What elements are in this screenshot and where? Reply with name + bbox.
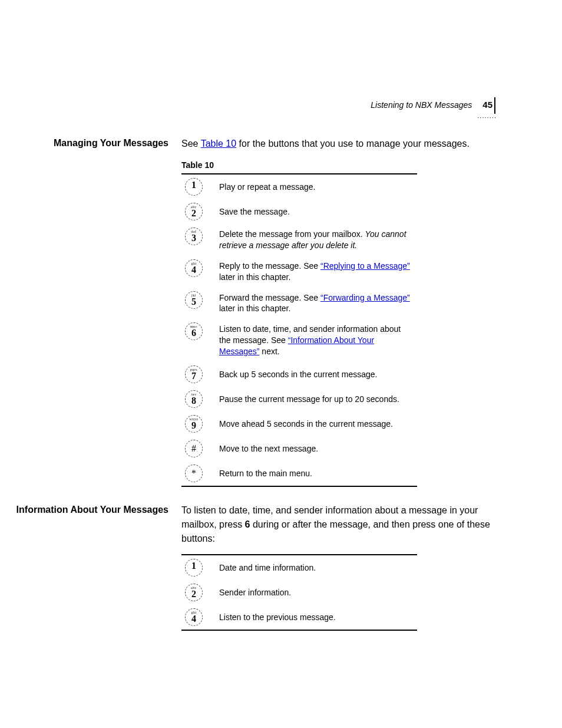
keypad-key-4: ghi4 — [185, 608, 203, 626]
table-cell-desc: Date and time information. — [219, 555, 417, 580]
intro-info: To listen to date, time, and sender info… — [181, 503, 497, 546]
table-row: 1Play or repeat a message. — [181, 174, 417, 199]
keypad-key-2: abc2 — [185, 584, 203, 601]
table-cell-desc: Move to the next message. — [219, 436, 417, 461]
table-cell-desc: Listen to date, time, and sender informa… — [219, 319, 417, 362]
italic-text: You cannot retrieve a message after you … — [219, 229, 406, 250]
table-cell-desc: Return to the main menu. — [219, 461, 417, 486]
keypad-key-#: # — [185, 440, 203, 457]
table-row: ghi4Reply to the message. See “Replying … — [181, 256, 417, 288]
table-cell-desc: Delete the message from your mailbox. Yo… — [219, 224, 417, 256]
table-cell-key: abc2 — [181, 580, 219, 605]
page-number: 45 — [482, 99, 492, 110]
section-managing-messages: Managing Your Messages See Table 10 for … — [0, 137, 497, 487]
table-row: 1Date and time information. — [181, 555, 417, 580]
table-cell-desc: Forward the message. See “Forwarding a M… — [219, 288, 417, 319]
page: Listening to NBX Messages 45 · · · · · ·… — [0, 0, 562, 728]
cross-ref-link[interactable]: “Replying to a Message” — [320, 261, 410, 271]
keypad-key-4: ghi4 — [185, 259, 203, 277]
cross-ref-link[interactable]: “Forwarding a Message” — [320, 293, 410, 302]
cross-ref-link[interactable]: “Information About Your Messages” — [219, 335, 374, 356]
table-info: 1Date and time information.abc2Sender in… — [181, 554, 417, 631]
table-cell-key: pqrs7 — [181, 362, 219, 387]
link-table-10[interactable]: Table 10 — [201, 139, 237, 149]
table-cell-desc: Listen to the previous message. — [219, 605, 417, 630]
table-row: #Move to the next message. — [181, 436, 417, 461]
keypad-key-7: pqrs7 — [185, 365, 203, 383]
body-info: To listen to date, time, and sender info… — [181, 503, 497, 631]
table-row: mno6Listen to date, time, and sender inf… — [181, 319, 417, 362]
table-cell-desc: Save the message. — [219, 199, 417, 224]
table-row: *Return to the main menu. — [181, 461, 417, 486]
content: Managing Your Messages See Table 10 for … — [0, 137, 497, 647]
table-cell-key: wxyz9 — [181, 411, 219, 436]
table-cell-desc: Move ahead 5 seconds in the current mess… — [219, 411, 417, 436]
keypad-key-5: jkl5 — [185, 291, 203, 309]
table-row: abc2Sender information. — [181, 580, 417, 605]
table-cell-key: 1 — [181, 555, 219, 580]
intro2-bold: 6 — [245, 519, 250, 529]
table-row: def3Delete the message from your mailbox… — [181, 224, 417, 256]
dots-icon: · · · · · · · · — [477, 114, 495, 121]
table-cell-desc: Play or repeat a message. — [219, 174, 417, 199]
keypad-key-2: abc2 — [185, 203, 203, 220]
keypad-key-1: 1 — [185, 559, 203, 577]
table-10: 1Play or repeat a message.abc2Save the m… — [181, 173, 417, 487]
table-cell-key: tuv8 — [181, 387, 219, 411]
table-row: pqrs7Back up 5 seconds in the current me… — [181, 362, 417, 387]
running-header-text: Listening to NBX Messages — [371, 99, 472, 110]
keypad-key-3: def3 — [185, 228, 203, 245]
keypad-key-8: tuv8 — [185, 390, 203, 408]
table-cell-desc: Pause the current message for up to 20 s… — [219, 387, 417, 411]
side-heading-info: Information About Your Messages — [0, 503, 181, 516]
section-info-messages: Information About Your Messages To liste… — [0, 503, 497, 631]
table-row: jkl5Forward the message. See “Forwarding… — [181, 288, 417, 319]
keypad-key-*: * — [185, 465, 203, 482]
side-heading-managing: Managing Your Messages — [0, 137, 181, 150]
table-cell-key: # — [181, 436, 219, 461]
table-cell-key: 1 — [181, 174, 219, 199]
keypad-key-6: mno6 — [185, 322, 203, 340]
table-cell-key: abc2 — [181, 199, 219, 224]
table-cell-key: def3 — [181, 224, 219, 256]
table-row: ghi4Listen to the previous message. — [181, 605, 417, 630]
table-cell-desc: Sender information. — [219, 580, 417, 605]
table-cell-key: * — [181, 461, 219, 486]
body-managing: See Table 10 for the buttons that you us… — [181, 137, 497, 487]
table-cell-key: ghi4 — [181, 605, 219, 630]
table-caption-10: Table 10 — [181, 160, 497, 170]
running-header-row: Listening to NBX Messages 45 — [371, 99, 497, 110]
table-row: tuv8Pause the current message for up to … — [181, 387, 417, 411]
table-cell-key: ghi4 — [181, 256, 219, 288]
table-row: wxyz9Move ahead 5 seconds in the current… — [181, 411, 417, 436]
keypad-key-1: 1 — [185, 178, 203, 196]
table-cell-key: jkl5 — [181, 288, 219, 319]
keypad-key-9: wxyz9 — [185, 415, 203, 433]
intro-before: See — [181, 139, 201, 149]
table-cell-desc: Back up 5 seconds in the current message… — [219, 362, 417, 387]
intro-managing: See Table 10 for the buttons that you us… — [181, 137, 497, 151]
table-row: abc2Save the message. — [181, 199, 417, 224]
intro-after: for the buttons that you use to manage y… — [236, 139, 470, 149]
table-cell-desc: Reply to the message. See “Replying to a… — [219, 256, 417, 288]
table-cell-key: mno6 — [181, 319, 219, 362]
